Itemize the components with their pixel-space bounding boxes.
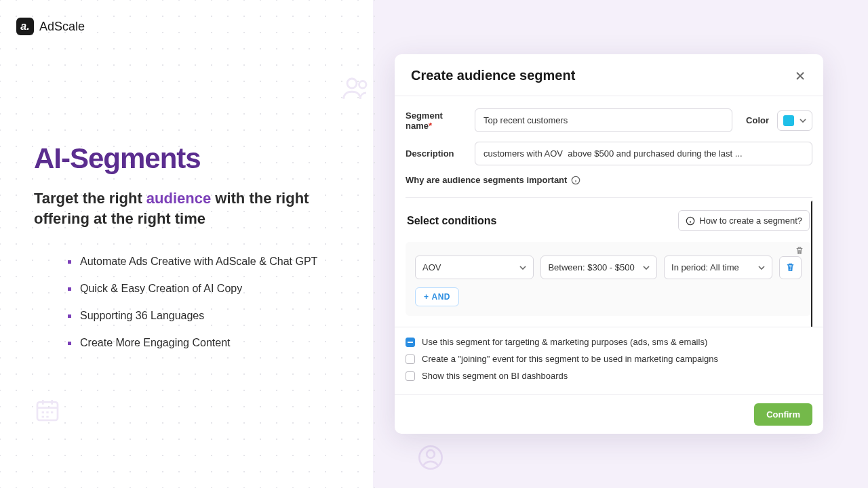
add-and-condition-button[interactable]: + AND	[415, 287, 459, 306]
color-picker[interactable]	[777, 110, 812, 131]
user-decoration-icon	[417, 444, 444, 471]
create-segment-dialog: Create audience segment Segment name* Co…	[395, 54, 823, 434]
description-input[interactable]	[475, 142, 812, 165]
joining-event-checkbox[interactable]	[406, 354, 415, 364]
svg-point-0	[347, 79, 357, 88]
hero-bullet: Supporting 36 Languages	[68, 310, 339, 322]
hero-bullet-list: Automate Ads Creative with AdScale & Cha…	[34, 256, 339, 349]
svg-point-1	[359, 81, 367, 89]
bi-dashboard-checkbox-label: Show this segment on BI dashboards	[422, 371, 568, 381]
targeting-checkbox-label: Use this segment for targeting & marketi…	[422, 337, 707, 347]
condition-group: AOV Between: $300 - $500 In period: All …	[406, 242, 811, 316]
brand-logo: a. AdScale	[16, 18, 85, 35]
chevron-down-icon	[643, 266, 650, 270]
segment-name-input[interactable]	[475, 108, 732, 132]
joining-event-checkbox-label: Create a "joining" event for this segmen…	[422, 354, 718, 364]
segment-options: Use this segment for targeting & marketi…	[395, 327, 823, 394]
hero-bullet: Create More Engaging Content	[68, 337, 339, 349]
bi-dashboard-checkbox[interactable]	[406, 371, 415, 381]
condition-operator-select[interactable]: Between: $300 - $500	[540, 256, 657, 279]
color-label: Color	[746, 115, 769, 125]
calendar-decoration-icon	[34, 396, 61, 424]
confirm-button[interactable]: Confirm	[754, 403, 812, 426]
dialog-title: Create audience segment	[411, 68, 575, 83]
color-swatch	[783, 115, 794, 126]
hero-subtitle: Target the right audience with the right…	[34, 188, 339, 228]
hero-section: AI-Segments Target the right audience wi…	[34, 142, 339, 364]
hero-bullet: Quick & Easy Creation of AI Copy	[68, 283, 339, 295]
targeting-checkbox[interactable]	[406, 338, 415, 347]
delete-group-button[interactable]	[795, 246, 804, 256]
svg-point-4	[427, 450, 435, 458]
chevron-down-icon	[519, 266, 526, 270]
segment-name-label: Segment name*	[406, 110, 467, 131]
or-separator: OR	[406, 325, 811, 327]
condition-field-select[interactable]: AOV	[415, 256, 534, 279]
howto-button[interactable]: How to create a segment?	[678, 210, 810, 231]
condition-period-select[interactable]: In period: All time	[664, 256, 772, 279]
conditions-title: Select conditions	[407, 215, 496, 227]
delete-condition-button[interactable]	[779, 256, 802, 279]
logo-text: AdScale	[39, 20, 85, 34]
hero-title: AI-Segments	[34, 142, 339, 175]
info-icon	[686, 216, 695, 226]
description-label: Description	[406, 148, 467, 159]
hero-bullet: Automate Ads Creative with AdScale & Cha…	[68, 256, 339, 268]
info-icon	[571, 176, 580, 185]
users-decoration-icon	[342, 76, 371, 100]
chevron-down-icon	[758, 266, 765, 270]
close-button[interactable]	[793, 69, 807, 83]
segments-info-link[interactable]: Why are audience segments important	[406, 175, 812, 185]
chevron-down-icon	[800, 119, 806, 123]
plus-icon: +	[424, 292, 429, 302]
scrollbar[interactable]	[811, 201, 812, 327]
logo-mark: a.	[16, 18, 34, 35]
